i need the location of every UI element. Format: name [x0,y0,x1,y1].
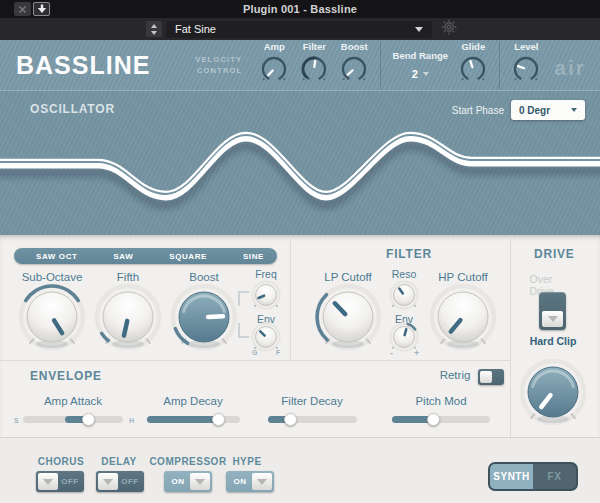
toggle-handle [98,473,118,490]
plugin-header: BASSLINE VELOCITY CONTROL Amp Filter Boo… [0,40,600,90]
oscillator-display: OSCILLATOR Start Phase 0 Degr Sine [0,90,600,235]
fifth-knob[interactable] [90,279,166,359]
chevron-down-icon [257,479,267,485]
section-divider [510,235,511,437]
preset-bar: Fat Sine [0,18,600,40]
toggle-handle [252,473,272,490]
amp-attack-label: Amp Attack [44,395,102,407]
slider-thumb[interactable] [284,413,297,426]
pitch-mod-label: Pitch Mod [415,395,466,407]
toggle-state-label: ON [228,477,252,486]
bassline-logo: BASSLINE [16,51,150,80]
window-title: Plugin 001 - Bassline [0,3,600,15]
hp-cutoff-knob[interactable] [425,279,501,359]
delay-label: DELAY [101,456,136,467]
hard-clip-option[interactable]: Hard Clip [530,335,577,347]
osc-boost-knob[interactable] [166,279,242,359]
drive-knob[interactable] [515,354,591,434]
slider-thumb[interactable] [427,413,440,426]
tab-saw[interactable]: SAW [113,252,133,261]
bend-range-value: 2 [412,68,418,80]
chevron-down-icon [43,479,53,485]
chorus-toggle[interactable]: OFF [36,471,84,492]
hype-label: HYPE [232,456,261,467]
plugin-window: Plugin 001 - Bassline Fat Sine BASSLINE … [0,0,600,503]
pitch-mod-slider[interactable] [392,416,490,423]
fx-tab[interactable]: FX [533,464,576,489]
hype-toggle[interactable]: ON [226,471,274,492]
preset-stepper[interactable] [146,21,162,37]
compressor-toggle[interactable]: ON [164,471,212,492]
envelope-section-title: ENVELOPE [30,369,102,383]
velocity-boost-knob[interactable] [337,52,371,90]
toggle-handle [190,473,210,490]
section-divider [0,360,510,361]
drive-mode-switch[interactable] [539,292,566,330]
filter-section-title: FILTER [386,247,432,261]
amp-decay-slider[interactable] [147,416,240,423]
dropdown-caret-icon [415,27,423,32]
start-phase-caret-icon [571,108,577,112]
start-phase-value: 0 Degr [519,105,550,116]
header-divider [380,41,381,89]
amp-decay-label: Amp Decay [163,395,222,407]
amp-attack-min: S [14,417,19,424]
air-brand-logo: air [554,56,586,80]
synth-fx-switch: SYNTH FX [488,462,578,491]
bend-range-label: Bend Range [393,50,448,61]
synth-tab[interactable]: SYNTH [490,464,533,489]
amp-label: Amp [264,41,285,52]
chevron-down-icon [548,316,558,322]
amp-attack-max: H [129,417,134,424]
filter-decay-label: Filter Decay [281,395,342,407]
level-knob[interactable] [509,52,543,90]
sub-octave-knob[interactable] [14,279,90,359]
boost-label: Boost [341,41,368,52]
env-min-label: G [252,349,257,356]
slider-thumb[interactable] [212,413,225,426]
env-max-label: F [276,349,280,356]
settings-button[interactable] [440,18,458,40]
filter-env-min-label: - [390,348,393,358]
toggle-handle [480,371,492,383]
velocity-filter-knob[interactable] [297,52,331,90]
amp-attack-slider[interactable] [23,416,123,423]
start-phase-dropdown[interactable]: 0 Degr [511,100,585,120]
level-label: Level [514,41,538,52]
filter-decay-slider[interactable] [268,416,357,423]
chevron-down-icon [103,479,113,485]
retrig-label: Retrig [440,369,471,381]
delay-toggle[interactable]: OFF [96,471,144,492]
titlebar: Plugin 001 - Bassline [0,0,600,18]
velocity-control-label: VELOCITY CONTROL [195,54,242,77]
compressor-label: COMPRESSOR [149,456,226,467]
preset-dropdown[interactable]: Fat Sine [166,21,432,38]
toggle-state-label: OFF [118,477,142,486]
filter-label: Filter [303,41,326,52]
filter-env-max-label: + [414,348,419,358]
fx-bar: CHORUS OFF DELAY OFF COMPRESSOR ON HYPE … [0,437,600,503]
main-panel: SAW OCT SAW SQUARE SINE Sub-Octave Fifth… [0,235,600,503]
section-divider [290,235,291,360]
chevron-down-icon [195,479,205,485]
start-phase-label: Start Phase [452,105,504,116]
header-divider [499,41,500,89]
retrig-toggle[interactable] [478,369,504,385]
oscillator-section-title: OSCILLATOR [30,102,115,116]
tab-square[interactable]: SQUARE [169,252,207,261]
toggle-handle [38,473,58,490]
switch-handle [542,311,563,327]
tab-sine[interactable]: SINE [243,252,264,261]
velocity-amp-knob[interactable] [257,52,291,90]
bend-range-select[interactable]: 2 [412,68,429,80]
toggle-state-label: OFF [58,477,82,486]
lp-cutoff-knob[interactable] [310,279,386,359]
bend-caret-icon [423,72,429,76]
slider-thumb[interactable] [82,413,95,426]
glide-knob[interactable] [456,52,490,90]
chorus-label: CHORUS [38,456,84,467]
drive-section-title: DRIVE [534,247,575,261]
toggle-state-label: ON [166,477,190,486]
gear-icon [440,22,458,39]
tab-saw-oct[interactable]: SAW OCT [36,252,78,261]
